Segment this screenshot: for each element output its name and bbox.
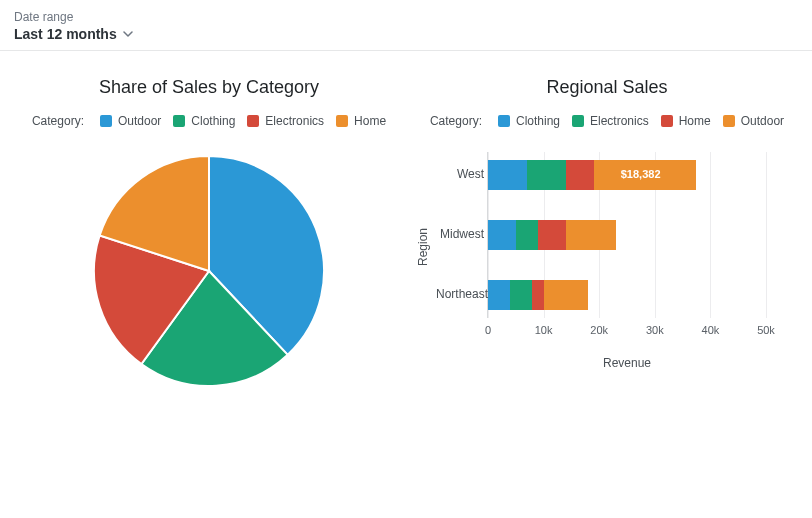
pie-svg bbox=[84, 146, 334, 396]
bar-data-label: $18,382 bbox=[621, 168, 661, 180]
bar-segment[interactable] bbox=[488, 160, 527, 190]
pie-panel: Share of Sales by Category Category: Out… bbox=[0, 77, 410, 406]
legend-item[interactable]: Electronics bbox=[247, 114, 324, 128]
pie-chart bbox=[16, 146, 402, 396]
bars-legend-label: Category: bbox=[430, 114, 482, 128]
legend-swatch bbox=[723, 115, 735, 127]
legend-text: Outdoor bbox=[118, 114, 161, 128]
date-range-header: Date range Last 12 months bbox=[0, 0, 812, 51]
bar-segment[interactable] bbox=[566, 220, 616, 250]
legend-text: Electronics bbox=[590, 114, 649, 128]
legend-text: Home bbox=[354, 114, 386, 128]
bar-segment[interactable] bbox=[544, 280, 588, 310]
bars-panel: Regional Sales Category: ClothingElectro… bbox=[410, 77, 812, 406]
bars-legend: Category: ClothingElectronicsHomeOutdoor bbox=[418, 114, 796, 128]
legend-item[interactable]: Clothing bbox=[498, 114, 560, 128]
legend-swatch bbox=[173, 115, 185, 127]
legend-item[interactable]: Outdoor bbox=[100, 114, 161, 128]
x-tick: 20k bbox=[590, 324, 608, 336]
legend-text: Clothing bbox=[191, 114, 235, 128]
chevron-down-icon bbox=[123, 29, 133, 39]
x-tick: 30k bbox=[646, 324, 664, 336]
gridline bbox=[766, 152, 767, 318]
legend-text: Outdoor bbox=[741, 114, 784, 128]
bar-segment[interactable] bbox=[538, 220, 566, 250]
bars-chart: Region $18,382 010k20k30k40k50k Revenue … bbox=[418, 146, 796, 406]
bars-region-label: Midwest bbox=[436, 227, 484, 241]
bar-segment[interactable] bbox=[488, 220, 516, 250]
legend-swatch bbox=[572, 115, 584, 127]
date-range-label: Date range bbox=[14, 10, 798, 24]
legend-swatch bbox=[100, 115, 112, 127]
legend-swatch bbox=[498, 115, 510, 127]
legend-text: Home bbox=[679, 114, 711, 128]
legend-item[interactable]: Home bbox=[336, 114, 386, 128]
bars-y-axis-label: Region bbox=[416, 228, 430, 266]
x-tick: 40k bbox=[702, 324, 720, 336]
bars-region-label: Northeast bbox=[436, 287, 484, 301]
date-range-value: Last 12 months bbox=[14, 26, 117, 42]
gridline bbox=[710, 152, 711, 318]
bar-segment[interactable] bbox=[527, 160, 566, 190]
legend-text: Electronics bbox=[265, 114, 324, 128]
pie-legend: Category: OutdoorClothingElectronicsHome bbox=[16, 114, 402, 128]
bars-region-label: West bbox=[436, 167, 484, 181]
legend-item[interactable]: Home bbox=[661, 114, 711, 128]
legend-swatch bbox=[661, 115, 673, 127]
x-tick: 50k bbox=[757, 324, 775, 336]
x-tick: 0 bbox=[485, 324, 491, 336]
x-tick: 10k bbox=[535, 324, 553, 336]
bar-segment[interactable] bbox=[566, 160, 594, 190]
bars-plot: $18,382 bbox=[488, 152, 766, 352]
date-range-selector[interactable]: Last 12 months bbox=[14, 26, 798, 42]
bar-segment[interactable] bbox=[510, 280, 532, 310]
legend-text: Clothing bbox=[516, 114, 560, 128]
pie-legend-label: Category: bbox=[32, 114, 84, 128]
legend-item[interactable]: Outdoor bbox=[723, 114, 784, 128]
legend-item[interactable]: Clothing bbox=[173, 114, 235, 128]
bar-segment[interactable] bbox=[516, 220, 538, 250]
dashboard-content: Share of Sales by Category Category: Out… bbox=[0, 51, 812, 406]
bar-segment[interactable] bbox=[488, 280, 510, 310]
legend-item[interactable]: Electronics bbox=[572, 114, 649, 128]
legend-swatch bbox=[247, 115, 259, 127]
bar-segment[interactable] bbox=[532, 280, 543, 310]
legend-swatch bbox=[336, 115, 348, 127]
bars-x-axis-label: Revenue bbox=[488, 356, 766, 370]
bars-title: Regional Sales bbox=[418, 77, 796, 98]
pie-title: Share of Sales by Category bbox=[16, 77, 402, 98]
